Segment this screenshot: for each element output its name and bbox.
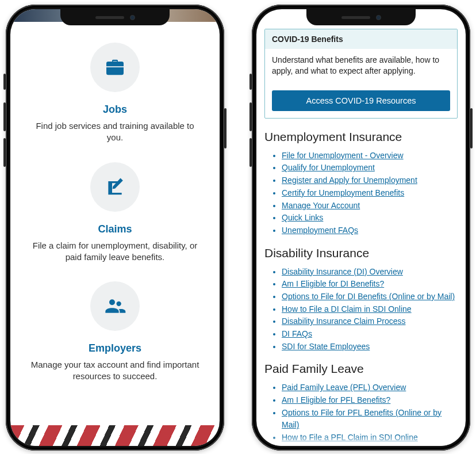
access-covid-resources-button[interactable]: Access COVID-19 Resources [272,90,450,111]
link-list-unemployment: File for Unemployment - Overview Qualify… [264,150,458,237]
link[interactable]: Paid Family Leave (PFL) Overview [282,383,406,392]
link[interactable]: How to File a DI Claim in SDI Online [282,304,412,314]
list-item: Disability Insurance (DI) Overview [282,266,458,278]
list-item: Disability Insurance Claim Process [282,315,458,328]
link[interactable]: Options to File for PFL Benefits (Online… [282,408,442,430]
list-item: Unemployment FAQs [282,224,458,237]
phone-notch [306,9,416,25]
link[interactable]: Disability Insurance Claim Process [282,316,406,326]
people-icon [90,281,140,331]
list-item: File for Unemployment - Overview [282,150,458,162]
link[interactable]: Manage Your Account [282,201,360,210]
card-jobs-title: Jobs [23,104,207,116]
link[interactable]: Disability Insurance (DI) Overview [282,267,403,276]
card-employers[interactable]: Employers Manage your tax account and fi… [23,271,207,391]
edit-note-icon [90,162,140,212]
link[interactable]: Qualify for Unemployment [282,163,375,172]
card-jobs[interactable]: Jobs Find job services and training avai… [23,32,207,152]
card-employers-title: Employers [23,342,207,354]
briefcase-icon [90,43,140,92]
list-item: Am I Eligible for DI Benefits? [282,278,458,291]
link[interactable]: Unemployment FAQs [282,226,358,235]
list-item: Options to File for PFL Benefits (Online… [282,407,458,432]
list-item: Certify for Unemployment Benefits [282,187,458,200]
link[interactable]: File for Unemployment - Overview [282,151,404,160]
covid-card-header: COVID-19 Benefits [265,29,457,49]
link[interactable]: Certify for Unemployment Benefits [282,188,404,197]
card-claims-title: Claims [23,223,207,235]
scroll-fade [256,436,466,446]
covid-card-body: Understand what benefits are available, … [265,49,457,85]
list-item: DI FAQs [282,328,458,341]
list-item: SDI for State Employees [282,341,458,353]
phone-mockup-left: Jobs Find job services and training avai… [6,5,224,451]
phone-notch [60,9,170,25]
list-item: Register and Apply for Unemployment [282,174,458,187]
covid-benefits-card: COVID-19 Benefits Understand what benefi… [264,29,458,119]
link[interactable]: Am I Eligible for PFL Benefits? [282,395,390,405]
card-claims[interactable]: Claims File a claim for unemployment, di… [23,152,207,272]
card-jobs-desc: Find job services and training available… [23,120,207,144]
list-item: Options to File for DI Benefits (Online … [282,291,458,303]
card-claims-desc: File a claim for unemployment, disabilit… [23,240,207,264]
link[interactable]: Register and Apply for Unemployment [282,176,417,185]
link[interactable]: SDI for State Employees [282,342,370,351]
section-title-pfl: Paid Family Leave [264,362,458,376]
list-item: Manage Your Account [282,200,458,212]
section-title-disability: Disability Insurance [264,246,458,260]
footer-hero-image [10,425,220,446]
list-item: Quick Links [282,212,458,224]
link[interactable]: DI FAQs [282,329,312,338]
list-item: How to File a DI Claim in SDI Online [282,303,458,316]
link[interactable]: Am I Eligible for DI Benefits? [282,279,384,288]
link[interactable]: Options to File for DI Benefits (Online … [282,292,455,301]
list-item: Paid Family Leave (PFL) Overview [282,381,458,394]
link-list-disability: Disability Insurance (DI) Overview Am I … [264,266,458,353]
list-item: Qualify for Unemployment [282,162,458,174]
link[interactable]: Quick Links [282,213,323,222]
list-item: Am I Eligible for PFL Benefits? [282,394,458,407]
section-title-unemployment: Unemployment Insurance [264,130,458,144]
phone-mockup-right: COVID-19 Benefits Understand what benefi… [252,5,470,451]
card-employers-desc: Manage your tax account and find importa… [23,359,207,383]
